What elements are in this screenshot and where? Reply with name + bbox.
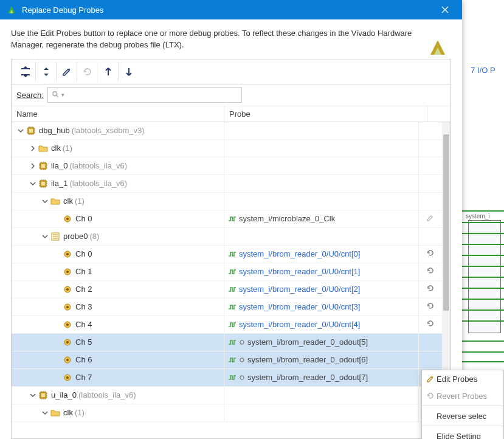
move-up-button[interactable] bbox=[98, 62, 119, 81]
revert-icon[interactable] bbox=[426, 319, 435, 330]
edit-probes-button[interactable] bbox=[57, 62, 77, 81]
svg-rect-6 bbox=[29, 129, 33, 133]
signal-icon bbox=[228, 215, 236, 223]
tree-row[interactable]: ila_1(labtools_ila_v6) bbox=[12, 175, 442, 193]
tree-node-label: probe0 bbox=[63, 232, 88, 241]
tree-row[interactable]: Ch 0system_i/microblaze_0_Clk bbox=[12, 210, 442, 228]
tree-node-label: clk bbox=[63, 196, 73, 206]
probe-path: system_i/brom_reader_0/U0/cnt[3] bbox=[239, 302, 360, 311]
revert-icon bbox=[424, 392, 437, 400]
tree-node-dim: (labtools_ila_v6) bbox=[78, 390, 136, 399]
app-icon bbox=[6, 4, 17, 15]
search-row: Search: ▾ bbox=[12, 85, 450, 106]
tree-row[interactable]: u_ila_0(labtools_ila_v6) bbox=[12, 387, 442, 404]
pin-icon bbox=[63, 337, 72, 347]
tree-row[interactable]: Ch 1system_i/brom_reader_0/U0/cnt[1] bbox=[12, 263, 442, 281]
bg-tab-io-ports[interactable]: 7 I/O P bbox=[462, 61, 504, 80]
revert-icon[interactable] bbox=[426, 249, 435, 259]
search-box[interactable]: ▾ bbox=[47, 87, 242, 103]
ctx-elide-label: Elide Setting bbox=[437, 432, 481, 440]
signal-icon bbox=[228, 320, 236, 329]
svg-point-4 bbox=[53, 92, 57, 96]
expand-toggle[interactable] bbox=[41, 409, 49, 417]
signal-icon bbox=[228, 356, 236, 364]
tree-row[interactable]: Ch 3system_i/brom_reader_0/U0/cnt[3] bbox=[12, 299, 442, 316]
pin-icon bbox=[63, 214, 72, 224]
ctx-edit-probes[interactable]: Edit Probes bbox=[422, 370, 503, 387]
tree-row[interactable]: Ch 4system_i/brom_reader_0/U0/cnt[4] bbox=[12, 316, 442, 334]
tree-row[interactable]: Ch 0system_i/brom_reader_0/U0/cnt[0] bbox=[12, 246, 442, 263]
pin-icon bbox=[63, 249, 72, 259]
revert-probes-button[interactable] bbox=[77, 62, 98, 81]
probe-path: system_i/brom_reader_0_odout[6] bbox=[247, 355, 368, 364]
tree-row[interactable]: Ch 5system_i/brom_reader_0_odout[5] bbox=[12, 334, 442, 351]
core-icon bbox=[26, 126, 36, 136]
pencil-icon bbox=[424, 375, 437, 383]
pin-icon bbox=[63, 355, 72, 365]
tree-row[interactable]: Ch 7system_i/brom_reader_0_odout[7] bbox=[12, 369, 442, 387]
close-button[interactable] bbox=[433, 0, 457, 19]
search-input[interactable] bbox=[67, 90, 238, 100]
expand-all-button[interactable] bbox=[36, 62, 57, 81]
ctx-reverse-selection[interactable]: Reverse selec bbox=[422, 407, 503, 424]
tree-node-dim: (8) bbox=[89, 232, 99, 241]
svg-point-31 bbox=[66, 376, 69, 379]
signal-icon bbox=[228, 373, 236, 382]
panel-toolbar bbox=[12, 60, 450, 85]
search-label: Search: bbox=[16, 91, 44, 100]
expand-toggle[interactable] bbox=[41, 232, 49, 241]
expand-toggle[interactable] bbox=[29, 179, 37, 188]
tree-node-dim: (labtools_ila_v6) bbox=[69, 179, 127, 188]
tree-row[interactable]: clk(1) bbox=[12, 404, 442, 422]
tree-row[interactable]: dbg_hub(labtools_xsdbm_v3) bbox=[12, 122, 442, 140]
replace-debug-probes-dialog: Replace Debug Probes Use the Edit Probes… bbox=[0, 0, 462, 439]
probe-path: system_i/brom_reader_0/U0/cnt[1] bbox=[239, 267, 360, 276]
svg-rect-34 bbox=[41, 393, 45, 397]
tree-row[interactable]: probe0(8) bbox=[12, 228, 442, 246]
move-down-button[interactable] bbox=[119, 62, 139, 81]
expand-toggle[interactable] bbox=[29, 162, 37, 170]
column-header-probe[interactable]: Probe bbox=[224, 106, 427, 122]
expand-toggle[interactable] bbox=[29, 391, 37, 399]
tree-node-dim: (labtools_ila_v6) bbox=[69, 161, 127, 170]
expand-toggle[interactable] bbox=[29, 144, 37, 153]
tree-row[interactable]: clk(1) bbox=[12, 140, 442, 157]
tree-node-dim: (1) bbox=[75, 196, 85, 206]
pin-icon bbox=[63, 320, 72, 330]
revert-icon[interactable] bbox=[426, 284, 435, 294]
core-icon bbox=[38, 390, 48, 400]
collapse-all-button[interactable] bbox=[15, 62, 36, 81]
table-header: Name Probe bbox=[12, 106, 450, 122]
ctx-elide-setting[interactable]: Elide Setting bbox=[422, 427, 503, 439]
pin-icon bbox=[63, 373, 72, 382]
tree-row[interactable]: clk(1) bbox=[12, 193, 442, 210]
scrollbar-thumb[interactable] bbox=[443, 134, 449, 311]
svg-point-12 bbox=[66, 218, 69, 220]
context-menu: Edit Probes Revert Probes Reverse selec … bbox=[421, 370, 504, 439]
svg-point-17 bbox=[66, 271, 69, 273]
expand-toggle[interactable] bbox=[41, 197, 49, 206]
probe-path: system_i/microblaze_0_Clk bbox=[239, 214, 335, 223]
revert-icon[interactable] bbox=[426, 266, 435, 277]
ctx-revert-probes: Revert Probes bbox=[422, 387, 503, 404]
pin-icon bbox=[63, 285, 72, 294]
search-dropdown-icon[interactable]: ▾ bbox=[61, 92, 64, 98]
tree-node-label: clk bbox=[63, 408, 73, 417]
core-icon bbox=[38, 179, 48, 188]
probes-tree[interactable]: dbg_hub(labtools_xsdbm_v3)clk(1)ila_0(la… bbox=[12, 122, 442, 438]
ctx-edit-label: Edit Probes bbox=[437, 375, 477, 384]
vivado-icon bbox=[427, 36, 449, 58]
tree-node-label: u_ila_0 bbox=[51, 390, 77, 399]
revert-icon[interactable] bbox=[426, 302, 435, 312]
tree-row[interactable]: Ch 2system_i/brom_reader_0/U0/cnt[2] bbox=[12, 281, 442, 299]
probe-path: system_i/brom_reader_0/U0/cnt[0] bbox=[239, 249, 360, 258]
tree-row[interactable]: Ch 6system_i/brom_reader_0_odout[6] bbox=[12, 351, 442, 369]
signal-icon bbox=[228, 268, 236, 276]
tree-node-dim: (labtools_xsdbm_v3) bbox=[72, 126, 145, 135]
column-header-name[interactable]: Name bbox=[12, 106, 224, 122]
expand-toggle[interactable] bbox=[16, 126, 25, 135]
probe-path: system_i/brom_reader_0/U0/cnt[2] bbox=[239, 285, 360, 294]
tree-node-label: Ch 0 bbox=[75, 214, 92, 223]
tree-row[interactable]: ila_0(labtools_ila_v6) bbox=[12, 157, 442, 175]
edit-icon[interactable] bbox=[426, 213, 435, 224]
